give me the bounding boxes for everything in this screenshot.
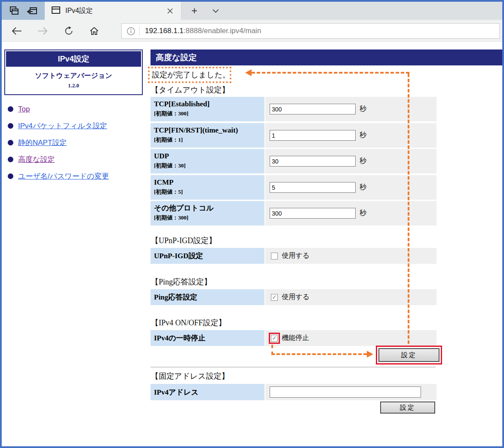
sidebar-item-static-napt[interactable]: 静的NAPT設定 [8, 137, 150, 148]
row-label-cell: UPnP-IGD設定 [151, 248, 264, 264]
row-value-cell: 使用する [265, 248, 436, 264]
row-label-cell: TCP[FIN/RST](time_wait) [初期値：1] [151, 123, 264, 148]
bullet-icon [8, 157, 13, 162]
section-heading-ipv4-onoff: 【IPv4 ON/OFF設定】 [151, 318, 226, 328]
annotation-line-horizontal-bottom [271, 353, 367, 355]
unit-label: 秒 [360, 105, 366, 114]
url-separator [139, 26, 140, 36]
unit-label: 秒 [360, 183, 366, 192]
bullet-icon [8, 106, 13, 112]
set-tabs-aside-icon[interactable] [7, 3, 22, 18]
table-row: IPv4の一時停止 機能停止 [151, 330, 436, 346]
site-info-icon[interactable] [127, 27, 135, 35]
tab-bar: IPv4設定 + [2, 2, 502, 20]
table-row: TCP[Established] [初期値：300] 秒 [151, 97, 436, 121]
sidebar-nav: Top IPv4パケットフィルタ設定 静的NAPT設定 高度な設定 ユーザ名/パ… [8, 103, 150, 187]
annotation-arrowhead-right [367, 351, 373, 358]
refresh-icon[interactable] [61, 23, 77, 39]
row-value-cell: 秒 [265, 201, 436, 226]
sidebar-item-advanced[interactable]: 高度な設定 [8, 154, 150, 165]
row-label-cell: IPv4の一時停止 [151, 330, 264, 346]
icmp-input[interactable] [270, 182, 356, 193]
row-label-cell: TCP[Established] [初期値：300] [151, 97, 264, 121]
status-message: 設定が完了しました。 [152, 70, 230, 80]
sidebar-link-static-napt[interactable]: 静的NAPT設定 [18, 138, 67, 148]
row-value-cell: 使用する [265, 289, 436, 305]
url-host: 192.168.1.1 [145, 27, 184, 35]
unit-label: 秒 [360, 131, 366, 140]
ping-checkbox[interactable] [271, 294, 278, 301]
row-value-cell: 秒 [265, 123, 436, 148]
tcp-finrst-input[interactable] [270, 130, 356, 141]
new-tab-button[interactable]: + [186, 2, 203, 20]
section-heading-fixed-address: 【固定アドレス設定】 [151, 371, 229, 381]
table-row: その他プロトコル [初期値：300] 秒 [151, 201, 436, 226]
ipv4-stop-checkbox[interactable] [271, 335, 278, 342]
bullet-icon [8, 140, 13, 145]
tab-favicon-icon [52, 6, 60, 15]
forward-icon[interactable] [34, 23, 51, 39]
row-label-cell: ICMP [初期値：5] [151, 175, 264, 200]
tcp-established-input[interactable] [270, 104, 356, 114]
section-heading-upnp: 【UPnP-IGD設定】 [151, 235, 216, 246]
row-value-cell: 機能停止 [265, 330, 436, 346]
table-row: IPv4アドレス [151, 384, 436, 400]
browser-tab[interactable]: IPv4設定 [45, 2, 181, 20]
ping-checkbox-label: 使用する [282, 293, 310, 302]
table-row: UPnP-IGD設定 使用する [151, 248, 436, 264]
annotation-arrowhead-left [245, 69, 252, 76]
upnp-checkbox[interactable] [271, 253, 278, 260]
tab-title: IPv4設定 [65, 6, 164, 15]
unit-label: 秒 [360, 157, 366, 166]
row-value-cell: 秒 [265, 97, 436, 121]
submit-highlight-box: 設定 [376, 346, 442, 365]
table-row: Ping応答設定 使用する [151, 289, 436, 305]
table-row: UDP [初期値：30] 秒 [151, 149, 436, 173]
status-message-highlight: 設定が完了しました。 [148, 67, 231, 83]
row-value-cell [265, 384, 436, 400]
row-label-cell: IPv4アドレス [151, 384, 264, 400]
table-row: ICMP [初期値：5] 秒 [151, 175, 436, 200]
sidebar-link-advanced[interactable]: 高度な設定 [18, 154, 55, 164]
section-divider [151, 367, 436, 368]
sidebar-item-top[interactable]: Top [8, 103, 150, 115]
other-protocol-input[interactable] [270, 208, 356, 219]
sidebar-item-packet-filter[interactable]: IPv4パケットフィルタ設定 [8, 120, 150, 132]
home-icon[interactable] [86, 23, 102, 39]
url-text: 192.168.1.1:8888/enabler.ipv4/main [145, 27, 261, 35]
sidebar-link-packet-filter[interactable]: IPv4パケットフィルタ設定 [18, 121, 107, 131]
section-heading-timeout: 【タイムアウト設定】 [151, 85, 230, 95]
udp-input[interactable] [270, 156, 356, 167]
ipv4-stop-checkbox-label: 機能停止 [282, 334, 309, 343]
upnp-checkbox-label: 使用する [282, 251, 310, 260]
browser-window: IPv4設定 + 192.168.1.1:8888/enable [0, 0, 504, 448]
annotation-line-horizontal-top [252, 72, 409, 74]
tab-close-icon[interactable] [164, 5, 176, 17]
sidebar-item-user-password[interactable]: ユーザ名/パスワードの変更 [8, 170, 150, 182]
address-bar[interactable]: 192.168.1.1:8888/enabler.ipv4/main [121, 23, 500, 39]
page-title: 高度な設定 [151, 49, 502, 65]
row-label-cell: UDP [初期値：30] [151, 149, 264, 173]
url-path: :8888/enabler.ipv4/main [184, 27, 261, 35]
row-label-cell: Ping応答設定 [151, 289, 264, 305]
submit-button[interactable]: 設定 [378, 348, 439, 362]
sidebar-info-box: IPv4設定 ソフトウェアバージョン 1.2.0 [4, 49, 143, 95]
unit-label: 秒 [360, 209, 366, 218]
sidebar-box-title: IPv4設定 [6, 51, 141, 67]
back-icon[interactable] [9, 23, 25, 39]
ipv4-address-input[interactable] [270, 386, 421, 398]
sidebar-link-top[interactable]: Top [18, 105, 30, 114]
fixed-address-submit-button[interactable]: 設定 [380, 402, 435, 414]
bullet-icon [8, 173, 13, 179]
row-label-cell: その他プロトコル [初期値：300] [151, 201, 264, 226]
tab-list-chevron-icon[interactable] [206, 2, 224, 20]
row-value-cell: 秒 [265, 175, 436, 200]
navigation-bar: 192.168.1.1:8888/enabler.ipv4/main [2, 20, 502, 42]
sidebar-link-user-password[interactable]: ユーザ名/パスワードの変更 [18, 171, 109, 181]
tabs-set-aside-icon[interactable] [25, 3, 40, 18]
tab-actions-area [2, 2, 45, 20]
bullet-icon [8, 123, 13, 129]
annotation-line-vertical [408, 74, 409, 344]
row-value-cell: 秒 [265, 149, 436, 173]
software-version-value: 1.2.0 [68, 82, 79, 89]
